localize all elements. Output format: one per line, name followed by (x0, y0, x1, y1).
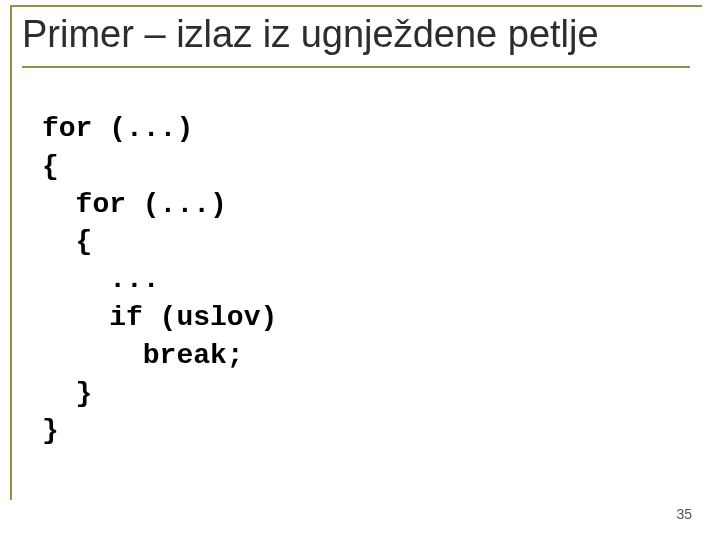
code-line: { (42, 226, 92, 257)
code-line: { (42, 151, 59, 182)
code-line: } (42, 415, 59, 446)
code-line: ... (42, 264, 160, 295)
code-block: for (...) { for (...) { ... if (uslov) b… (42, 110, 277, 450)
code-line: for (...) (42, 189, 227, 220)
title-underline (22, 66, 690, 68)
page-number: 35 (676, 506, 692, 522)
code-line: } (42, 378, 92, 409)
code-line: if (uslov) (42, 302, 277, 333)
frame-top-rule (10, 5, 702, 7)
slide-title: Primer – izlaz iz ugnježdene petlje (22, 14, 690, 66)
code-line: for (...) (42, 113, 193, 144)
title-block: Primer – izlaz iz ugnježdene petlje (22, 14, 690, 68)
slide: Primer – izlaz iz ugnježdene petlje for … (0, 0, 720, 540)
code-line: break; (42, 340, 244, 371)
frame-left-rule (10, 5, 12, 500)
